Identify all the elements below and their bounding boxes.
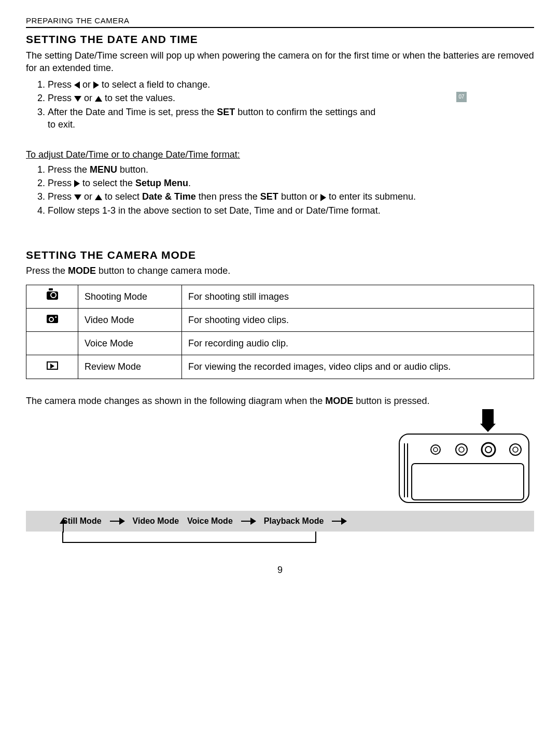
mode-desc: For shooting still images — [182, 285, 534, 308]
svg-point-8 — [456, 444, 467, 455]
step-2: Press or to set the values. — [48, 92, 379, 104]
svg-point-6 — [431, 445, 440, 454]
svg-point-10 — [482, 443, 495, 456]
steps-adjust-date: Press the MENU button. Press to select t… — [26, 163, 534, 217]
table-row: Review Mode For viewing the recorded ima… — [26, 355, 534, 379]
svg-point-13 — [513, 447, 518, 452]
subheading-adjust-date: To adjust Date/Time or to change Date/Ti… — [26, 149, 240, 160]
camera-top-diagram — [389, 409, 534, 508]
mode-change-note: The camera mode changes as shown in the … — [26, 395, 534, 407]
adjust-step-2: Press to select the Setup Menu. — [48, 177, 534, 189]
camera-mode-table: Shooting Mode For shooting still images … — [26, 285, 534, 379]
flow-node-video: Video Mode — [133, 515, 179, 527]
adjust-step-4: Follow steps 1-3 in the above section to… — [48, 204, 534, 217]
up-arrow-icon — [95, 194, 102, 200]
adjust-step-3: Press or to select Date & Time then pres… — [48, 190, 534, 203]
right-arrow-icon — [74, 180, 80, 187]
flow-node-playback: Playback Mode — [264, 515, 324, 527]
mode-name: Shooting Mode — [78, 285, 182, 308]
left-arrow-icon — [74, 81, 80, 89]
playback-icon — [47, 361, 58, 370]
intro-camera-mode: Press the MODE button to change camera m… — [26, 264, 534, 277]
down-arrow-icon — [74, 194, 81, 200]
right-arrow-icon — [320, 194, 326, 201]
arrow-right-icon — [110, 521, 124, 522]
step-3: After the Date and Time is set, press th… — [48, 106, 379, 131]
right-arrow-icon — [93, 81, 99, 89]
svg-rect-0 — [482, 409, 494, 424]
mode-flow-diagram: Still Mode Video Mode Voice Mode Playbac… — [26, 511, 534, 543]
arrow-right-icon — [241, 521, 256, 522]
figure-date-time-screen: 07 — [456, 92, 467, 102]
video-icon — [47, 315, 58, 323]
flow-node-still: Still Mode — [62, 515, 102, 527]
intro-date-time: The setting Date/Time screen will pop up… — [26, 49, 534, 75]
svg-marker-1 — [480, 424, 496, 432]
mode-desc: For viewing the recorded images, video c… — [182, 355, 534, 379]
heading-date-time: SETTING THE DATE AND TIME — [26, 32, 534, 47]
page-header-breadcrumb: PREPARING THE CAMERA — [26, 16, 534, 28]
mode-desc: For shooting video clips. — [182, 308, 534, 331]
mode-icon-cell — [26, 332, 78, 355]
arrow-up-icon — [63, 523, 64, 533]
mode-name: Voice Mode — [78, 332, 182, 355]
svg-rect-3 — [412, 464, 524, 500]
mode-icon-cell — [26, 355, 78, 379]
steps-date-time: Press or to select a field to change. Pr… — [26, 78, 379, 131]
step-1: Press or to select a field to change. — [48, 78, 379, 91]
mode-name: Review Mode — [78, 355, 182, 379]
svg-point-11 — [485, 446, 492, 453]
adjust-step-1: Press the MENU button. — [48, 163, 534, 176]
up-arrow-icon — [95, 96, 102, 102]
mode-name: Video Mode — [78, 308, 182, 331]
mode-desc: For recording audio clip. — [182, 332, 534, 355]
down-arrow-icon — [74, 96, 81, 102]
table-row: Shooting Mode For shooting still images — [26, 285, 534, 308]
arrow-right-icon — [332, 521, 346, 522]
svg-point-7 — [433, 448, 438, 452]
camera-icon — [47, 290, 58, 303]
page-number: 9 — [26, 564, 534, 576]
table-row: Voice Mode For recording audio clip. — [26, 332, 534, 355]
flow-return-line — [62, 532, 316, 543]
flow-node-voice: Voice Mode — [187, 515, 233, 527]
heading-camera-mode: SETTING THE CAMERA MODE — [26, 248, 534, 262]
mode-icon-cell — [26, 308, 78, 331]
table-row: Video Mode For shooting video clips. — [26, 308, 534, 331]
svg-point-9 — [459, 447, 464, 452]
mode-icon-cell — [26, 285, 78, 308]
svg-point-12 — [510, 444, 521, 455]
